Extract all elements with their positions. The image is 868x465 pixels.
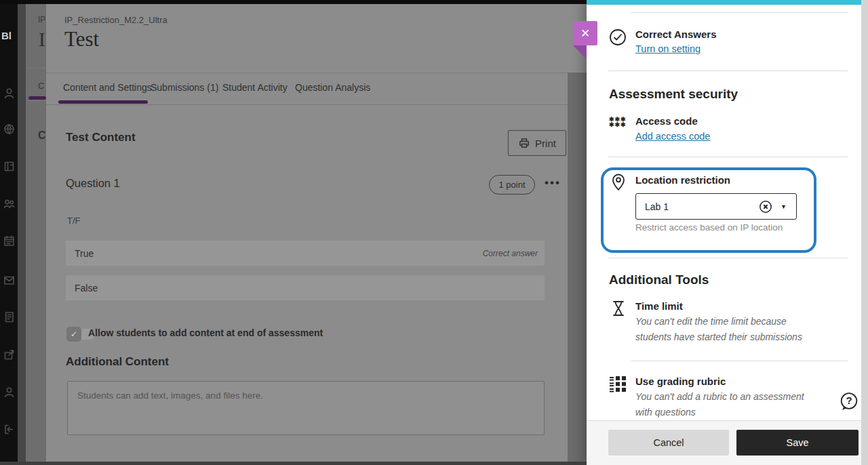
tabs-divider bbox=[46, 104, 568, 105]
grading-rubric-icon bbox=[610, 376, 627, 392]
time-limit-title: Time limit bbox=[635, 300, 683, 312]
screen: Bl IP I C C IP_Restric bbox=[0, 0, 868, 465]
correct-answers-icon bbox=[609, 28, 627, 46]
more-options-icon[interactable]: ••• bbox=[545, 176, 561, 190]
editor-placeholder: Students can add text, images, and files… bbox=[77, 390, 263, 401]
blackboard-logo: Bl bbox=[1, 30, 12, 41]
location-select[interactable]: Lab 1 ▼ bbox=[635, 193, 797, 220]
tab-question-analysis[interactable]: Question Analysis bbox=[295, 82, 370, 93]
grading-rubric-note: You can't add a rubric to an assessment bbox=[635, 391, 804, 402]
content-heading: Test Content bbox=[66, 131, 136, 144]
section-divider bbox=[608, 258, 848, 258]
ghost-title: I bbox=[39, 28, 45, 51]
answer-row-false: False bbox=[66, 275, 545, 300]
location-selected-value: Lab 1 bbox=[645, 201, 669, 212]
printer-icon bbox=[518, 137, 530, 149]
save-button[interactable]: Save bbox=[736, 430, 859, 456]
print-label: Print bbox=[535, 138, 556, 149]
add-access-code-link[interactable]: Add access code bbox=[635, 131, 710, 142]
question-stem: T/F bbox=[67, 216, 81, 226]
ghost-content-heading: C bbox=[38, 129, 46, 142]
ghost-divider bbox=[26, 68, 46, 68]
ghost-divider-2 bbox=[26, 100, 46, 101]
window-edge-bottom bbox=[0, 462, 587, 465]
help-button[interactable]: ? bbox=[839, 392, 860, 413]
dim-gutter bbox=[18, 0, 26, 465]
messages-icon[interactable] bbox=[3, 274, 16, 287]
location-helper-text: Restrict access based on IP location bbox=[635, 222, 783, 232]
grades-icon[interactable] bbox=[3, 310, 16, 323]
panel-accent-bar bbox=[587, 0, 861, 5]
scrollbar-track[interactable] bbox=[861, 0, 868, 465]
ghost-tab: C bbox=[38, 81, 44, 91]
additional-content-heading: Additional Content bbox=[66, 355, 169, 369]
header-divider bbox=[46, 73, 568, 73]
section-divider bbox=[608, 70, 848, 71]
assessment-security-heading: Assessment security bbox=[609, 87, 738, 102]
left-nav: Bl bbox=[0, 0, 18, 465]
time-limit-note: You can't edit the time limit because bbox=[635, 316, 787, 327]
page-title: Test bbox=[64, 27, 99, 52]
question-mark-icon: ? bbox=[839, 392, 859, 409]
activity-stream-icon[interactable] bbox=[3, 123, 16, 136]
ghost-tab-underline bbox=[28, 96, 46, 100]
tab-content-and-settings[interactable]: Content and Settings bbox=[63, 82, 152, 93]
ghost-breadcrumb: IP bbox=[38, 15, 45, 24]
organizations-icon[interactable] bbox=[3, 197, 16, 210]
tools-icon[interactable] bbox=[3, 348, 16, 361]
additional-tools-heading: Additional Tools bbox=[609, 272, 709, 287]
toggle-label: Allow students to add content at end of … bbox=[88, 327, 323, 338]
section-divider bbox=[631, 12, 848, 13]
close-panel-button[interactable]: ✕ bbox=[573, 21, 597, 45]
cancel-button[interactable]: Cancel bbox=[608, 430, 729, 456]
hourglass-icon bbox=[611, 300, 626, 317]
breadcrumb: IP_Restriction_M2.2_Ultra bbox=[64, 15, 167, 25]
calendar-icon[interactable] bbox=[3, 235, 16, 247]
test-page-card: IP_Restriction_M2.2_Ultra Test Content a… bbox=[46, 4, 568, 465]
window-edge-top bbox=[0, 0, 587, 4]
location-restriction-title: Location restriction bbox=[635, 174, 730, 186]
tab-submissions[interactable]: Submissions (1) bbox=[151, 82, 218, 93]
additional-content-editor[interactable]: Students can add text, images, and files… bbox=[67, 381, 545, 435]
tab-student-activity[interactable]: Student Activity bbox=[222, 82, 288, 93]
correct-answers-title: Correct Answers bbox=[635, 28, 717, 40]
correct-answer-note: Correct answer bbox=[483, 249, 538, 258]
chevron-down-icon[interactable]: ▼ bbox=[781, 203, 787, 210]
profile-icon[interactable] bbox=[3, 87, 16, 100]
section-divider bbox=[608, 157, 848, 157]
section-divider bbox=[631, 361, 848, 361]
points-badge[interactable]: 1 point bbox=[489, 175, 535, 195]
active-tab-underline bbox=[58, 100, 148, 104]
profile-secondary-icon[interactable] bbox=[3, 386, 16, 399]
courses-icon[interactable] bbox=[3, 160, 16, 173]
print-button[interactable]: Print bbox=[508, 130, 566, 156]
answer-row-true: True Correct answer bbox=[66, 241, 545, 266]
answer-label: True bbox=[75, 248, 94, 259]
sign-out-icon[interactable] bbox=[3, 423, 16, 436]
clear-selection-icon[interactable] bbox=[759, 200, 772, 214]
grading-rubric-note: with questions bbox=[635, 407, 696, 418]
answer-label: False bbox=[75, 283, 98, 294]
settings-panel: Correct Answers Turn on setting Assessme… bbox=[587, 0, 861, 465]
toggle-check-icon: ✓ bbox=[66, 327, 81, 342]
question-heading: Question 1 bbox=[66, 177, 120, 190]
turn-on-setting-link[interactable]: Turn on setting bbox=[635, 43, 701, 54]
location-pin-icon bbox=[611, 174, 626, 191]
grading-rubric-title: Use grading rubric bbox=[635, 376, 726, 387]
time-limit-note: students have started their submissions bbox=[635, 331, 802, 342]
dimmed-page-backdrop: IP I C C bbox=[26, 0, 46, 465]
access-code-title: Access code bbox=[635, 115, 698, 127]
panel-footer: Cancel Save bbox=[587, 420, 861, 465]
access-code-icon: ✱✱✱ ✱✱✱ bbox=[609, 117, 627, 127]
